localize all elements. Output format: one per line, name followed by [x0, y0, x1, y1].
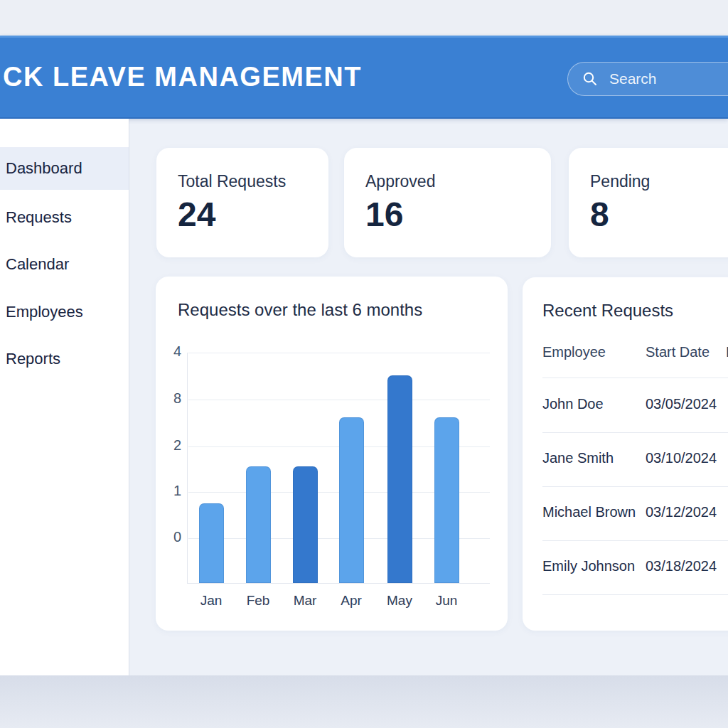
column-header-start-date: Start Date	[646, 344, 710, 360]
bar-feb[interactable]	[246, 466, 271, 583]
bar-jan[interactable]	[199, 503, 224, 583]
stat-label: Total Requests	[178, 172, 286, 191]
table-divider	[542, 486, 728, 487]
recent-requests-title: Recent Requests	[542, 301, 673, 321]
bar-apr[interactable]	[339, 417, 364, 583]
cell-start-date: 03/05/2024	[646, 396, 717, 412]
cell-employee: Emily Johnson	[542, 558, 635, 574]
y-axis-line	[187, 353, 188, 583]
cell-start-date: 03/18/2024	[646, 558, 717, 574]
cell-start-date: 03/10/2024	[646, 450, 717, 466]
search-icon	[582, 71, 598, 87]
column-header-employee: Employee	[542, 344, 606, 360]
search-input[interactable]	[608, 70, 728, 88]
x-axis-label-feb: Feb	[235, 593, 281, 609]
sidebar-item-employees[interactable]: Employees	[0, 291, 129, 333]
stat-label: Approved	[365, 172, 435, 191]
sidebar-nav: DashboardRequestsCalendarEmployeesReport…	[0, 119, 129, 675]
table-row[interactable]: John Doe03/05/2024	[523, 396, 728, 450]
stat-card-approved: Approved16	[344, 148, 551, 257]
table-row[interactable]: Michael Brown03/12/2024	[523, 504, 728, 558]
x-axis-label-mar: Mar	[282, 593, 328, 609]
cell-start-date: 03/12/2024	[646, 504, 717, 520]
chart-title: Requests over the last 6 months	[178, 300, 422, 320]
y-axis-tick: 0	[157, 529, 181, 545]
gridline	[188, 353, 490, 353]
x-axis-label-apr: Apr	[328, 593, 374, 609]
y-axis-tick: 4	[157, 343, 181, 360]
stat-value: 24	[178, 195, 215, 234]
sidebar-item-dashboard[interactable]: Dashboard	[0, 147, 129, 190]
stat-value: 16	[365, 195, 403, 234]
sidebar-item-calendar[interactable]: Calendar	[0, 243, 129, 286]
cell-employee: John Doe	[542, 396, 604, 412]
page-title: CK LEAVE MANAGEMENT	[3, 62, 362, 92]
requests-chart-card: Requests over the last 6 months 48210Jan…	[156, 277, 508, 631]
table-divider	[542, 540, 728, 541]
y-axis-tick: 8	[157, 390, 181, 407]
y-axis-tick: 2	[157, 437, 181, 454]
desktop-top-strip	[0, 0, 728, 36]
bar-may[interactable]	[387, 375, 412, 583]
desktop-bottom-strip	[0, 675, 728, 728]
table-row[interactable]: Jane Smith03/10/2024	[523, 450, 728, 504]
sidebar-item-reports[interactable]: Reports	[0, 338, 129, 380]
bar-mar[interactable]	[293, 466, 318, 583]
cell-employee: Michael Brown	[542, 504, 636, 520]
table-row[interactable]: Emily Johnson03/18/2024	[523, 558, 728, 612]
sidebar-item-requests[interactable]: Requests	[0, 196, 129, 239]
stat-card-total-requests: Total Requests24	[156, 148, 328, 257]
table-divider	[542, 594, 728, 595]
table-divider	[542, 378, 728, 378]
x-axis-line	[187, 583, 490, 584]
stat-card-pending: Pending8	[569, 148, 728, 257]
app-header: CK LEAVE MANAGEMENT	[0, 36, 728, 119]
y-axis-tick: 1	[157, 483, 181, 499]
app-window: CK LEAVE MANAGEMENT DashboardRequestsCal…	[0, 0, 728, 728]
x-axis-label-may: May	[377, 593, 422, 609]
stat-label: Pending	[590, 172, 650, 191]
stat-value: 8	[590, 195, 609, 234]
recent-requests-card: Recent Requests EmployeeStart DateEnd Da…	[523, 277, 728, 631]
table-divider	[542, 432, 728, 433]
cell-employee: Jane Smith	[542, 450, 614, 466]
bar-jun[interactable]	[434, 417, 459, 583]
x-axis-label-jan: Jan	[188, 593, 234, 609]
x-axis-label-jun: Jun	[424, 593, 469, 609]
search-box[interactable]	[567, 62, 728, 96]
gridline	[188, 400, 490, 400]
